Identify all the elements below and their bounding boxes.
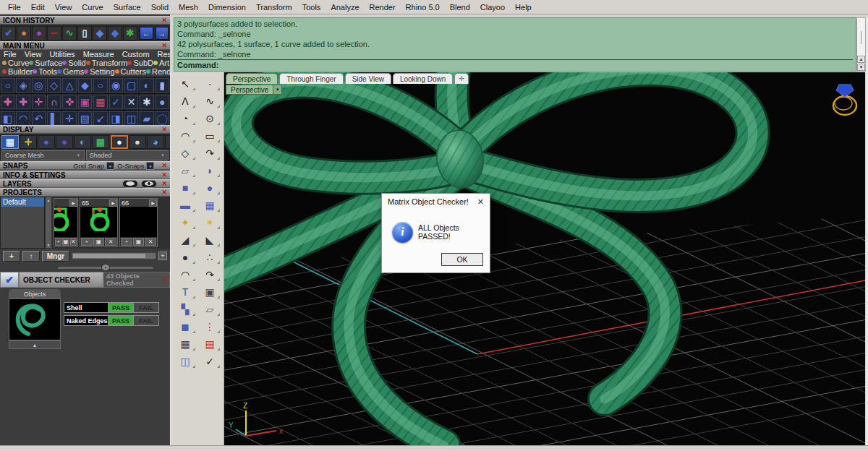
splitter-handle[interactable]: ▾ <box>101 264 110 271</box>
rhino-tool-button[interactable]: ▭ <box>197 127 222 145</box>
rhino-tool-button[interactable]: ∴ <box>197 249 222 266</box>
category-button[interactable]: Builder <box>2 67 33 76</box>
render-mode-icon[interactable]: ◕ <box>147 135 164 149</box>
display-mode-icon[interactable]: ▦ <box>92 135 109 149</box>
viewport[interactable]: Z x Y PerspectiveThrough FingerSide View… <box>224 72 865 445</box>
thumbnails-add-button[interactable]: + <box>158 252 167 260</box>
tool-icon[interactable]: ▢ <box>124 78 138 93</box>
add-project-button[interactable]: + <box>3 251 20 262</box>
menu-item[interactable]: Blend <box>445 3 475 12</box>
new-viewport-tab-button[interactable]: ✛ <box>454 73 469 84</box>
tool-icon[interactable]: ↶ <box>32 111 46 126</box>
rhino-tool-button[interactable]: ▦ <box>173 335 197 353</box>
ok-button[interactable]: OK <box>441 253 483 266</box>
menu-item[interactable]: Help <box>510 3 537 12</box>
display-mode-icon[interactable]: ● <box>38 135 55 149</box>
tool-icon[interactable]: ◆ <box>78 78 92 93</box>
category-button[interactable]: Gems <box>57 67 84 76</box>
rhino-tool-button[interactable]: ▚ <box>173 301 197 318</box>
main-menu-link[interactable]: View <box>25 50 42 59</box>
projects-header[interactable]: PROJECTS ✕ <box>0 188 170 197</box>
menu-item[interactable]: Curve <box>77 3 108 12</box>
reset-link[interactable]: Reset <box>158 50 170 59</box>
display-mode-icon[interactable]: ✛ <box>20 135 37 149</box>
play-icon[interactable]: ▶ <box>109 199 117 207</box>
menu-item[interactable]: Mesh <box>174 3 203 12</box>
rhino-tool-button[interactable]: ✶ <box>197 214 222 231</box>
category-button[interactable]: Cutters <box>115 67 146 76</box>
info-settings-header[interactable]: INFO & SETTINGS ✕ <box>0 171 170 179</box>
close-icon[interactable]: ✕ <box>161 17 167 24</box>
rhino-tool-button[interactable]: ⊙ <box>197 110 222 127</box>
tool-icon[interactable]: ◈ <box>16 78 30 93</box>
rhino-tool-button[interactable]: ▬ <box>173 197 197 214</box>
main-menu-link[interactable]: Custom <box>122 50 150 59</box>
render-mode-icon[interactable]: ◔ <box>165 135 170 149</box>
close-icon[interactable]: ✕ <box>161 172 167 179</box>
rhino-tool-button[interactable]: ■ <box>173 179 197 197</box>
close-icon[interactable]: ✕ <box>161 163 167 169</box>
rhino-tool-button[interactable]: · <box>197 75 222 93</box>
history-icon[interactable]: ✔ <box>1 26 16 40</box>
main-menu-link[interactable]: Measure <box>83 50 114 59</box>
tool-icon[interactable]: ✕ <box>124 95 138 109</box>
rhino-tool-button[interactable]: ◫ <box>173 353 197 370</box>
close-icon[interactable]: ✕ <box>161 189 167 196</box>
tool-icon[interactable]: ◨ <box>109 111 123 126</box>
collapse-button[interactable]: ▲ <box>9 340 61 349</box>
thumbnail-add-button[interactable]: + <box>121 238 132 246</box>
thumbnail-add-button[interactable]: + <box>55 238 61 246</box>
tool-icon[interactable]: ∩ <box>47 95 61 109</box>
menu-item[interactable]: Transform <box>251 3 297 12</box>
rhino-tool-button[interactable]: ● <box>173 249 197 266</box>
tool-icon[interactable]: ◯ <box>156 111 169 126</box>
history-icon[interactable]: ● <box>32 26 46 40</box>
tool-icon[interactable]: ◐ <box>140 78 153 93</box>
tool-icon[interactable]: ▌ <box>47 111 61 126</box>
menu-item[interactable]: View <box>50 3 77 12</box>
menu-item[interactable]: File <box>3 3 26 12</box>
eye-icon[interactable] <box>141 180 157 188</box>
scroll-up-button[interactable]: ▲ <box>857 56 865 63</box>
tool-icon[interactable]: ↙ <box>93 111 107 126</box>
display-mode-icon[interactable]: ● <box>56 135 73 149</box>
check-icon[interactable]: ✔ <box>0 272 19 288</box>
mesh-quality-dropdown[interactable]: Coarse Mesh▼ <box>1 150 85 160</box>
menu-item[interactable]: Tools <box>297 3 326 12</box>
rhino-tool-button[interactable]: ▱ <box>197 301 222 318</box>
rhino-tool-button[interactable]: ▣ <box>197 283 222 301</box>
display-mode-icon[interactable]: ▦ <box>1 135 19 149</box>
tool-icon[interactable]: ◉ <box>109 78 123 93</box>
thumbnail-add-button[interactable]: + <box>81 238 93 246</box>
tool-icon[interactable]: ▮ <box>156 78 169 93</box>
viewport-title-dropdown[interactable]: ▼ <box>273 85 282 95</box>
tool-icon[interactable]: ● <box>156 95 169 109</box>
command-history[interactable]: 3 polysurfaces added to selection.Comman… <box>174 17 856 72</box>
rhino-tool-button[interactable]: ∿ <box>197 93 222 110</box>
rhino-tool-button[interactable]: ◗ <box>197 162 222 179</box>
tool-icon[interactable]: ◎ <box>32 78 46 93</box>
menu-item[interactable]: Rhino 5.0 <box>401 3 445 12</box>
tool-icon[interactable]: ✚ <box>1 95 14 109</box>
history-back-button[interactable]: ← <box>140 27 153 40</box>
render-mode-icon[interactable]: ● <box>111 135 128 149</box>
scrollbar-thumb[interactable] <box>861 31 861 44</box>
close-icon[interactable]: ✕ <box>161 181 167 187</box>
tool-icon[interactable]: ○ <box>93 78 107 93</box>
tool-icon[interactable]: ◇ <box>47 78 61 93</box>
rhino-tool-button[interactable]: ◔ <box>173 110 197 127</box>
menu-item[interactable]: Render <box>365 3 401 12</box>
viewport-tab[interactable]: Through Finger <box>279 73 343 84</box>
category-button[interactable]: Surface <box>29 59 62 67</box>
layer-visibility-toggle[interactable] <box>122 180 138 188</box>
rhino-tool-button[interactable]: ◠ <box>173 127 197 145</box>
history-icon[interactable]: ◆ <box>108 26 122 40</box>
rhino-tool-button[interactable]: ✓ <box>197 353 222 370</box>
rhino-tool-button[interactable]: ◣ <box>197 231 222 249</box>
main-menu-link[interactable]: Utilities <box>49 50 75 59</box>
main-menu-link[interactable]: File <box>4 50 17 59</box>
project-manager-button[interactable]: Mngr <box>42 251 69 262</box>
rhino-tool-button[interactable]: ⋮ <box>197 318 222 335</box>
rhino-tool-button[interactable]: ✦ <box>173 214 197 231</box>
category-button[interactable]: Setting <box>84 67 114 76</box>
